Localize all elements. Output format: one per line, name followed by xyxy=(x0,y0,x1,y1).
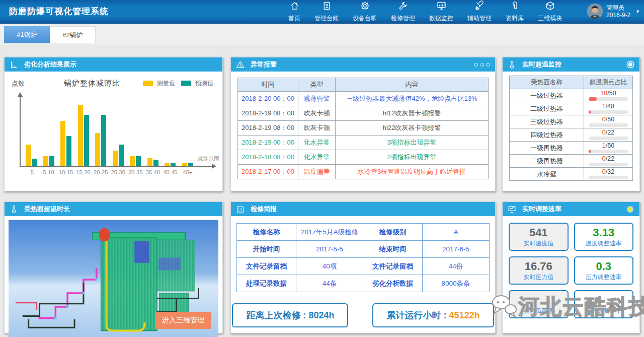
maintenance-row: 文件记录留档40项文件记录留档44份 xyxy=(237,258,490,275)
nav-item-8[interactable]: 三维模块 xyxy=(531,0,569,24)
nav-item-6[interactable]: 辅助管理 xyxy=(460,0,499,24)
alarm-cell: 2018-2-20 00：00 xyxy=(238,92,298,106)
tab-boiler-2[interactable]: #2锅炉 xyxy=(50,26,96,43)
panel-boiler3d: 受热面超温时长 xyxy=(4,201,223,333)
alarm-cell: 2项指标出现异常 xyxy=(336,150,489,165)
panel-alarms-title: 异常报警 xyxy=(251,60,277,69)
nav-item-1[interactable]: 首页 xyxy=(281,0,307,24)
nav-label: 设备台帐 xyxy=(353,14,377,23)
alarm-row[interactable]: 2018-2-19 08：00吹灰卡顿hl12吹灰器卡顿报警 xyxy=(238,106,489,121)
x-axis xyxy=(20,166,212,167)
adjust-card-1[interactable]: 541实时温度值 xyxy=(509,223,569,251)
overtemp-ratio: 0/32 xyxy=(584,168,633,181)
panel-alarms-header: 异常报警 xyxy=(231,57,495,72)
bar-groups: -55-1010-1515-2020-2525-3030-3535-4040-4… xyxy=(26,105,193,166)
nav-label: 辅助管理 xyxy=(467,14,492,23)
adjust-card-3[interactable]: 16.76实时压力值 xyxy=(509,256,569,285)
maintenance-value: A xyxy=(423,224,490,241)
nav-label: 资料库 xyxy=(506,14,524,23)
adjust-cards: 541实时温度值3.13温度调整速率16.76实时压力值0.3压力调整速率实时负… xyxy=(503,216,639,318)
adjust-card-5[interactable]: 实时负荷值 xyxy=(509,290,569,318)
panel-adjust-header: 实时调整速率 xyxy=(503,202,639,216)
alarm-row[interactable]: 2018-2-19 08：00吹灰卡顿hl22吹灰器卡顿报警 xyxy=(238,121,489,136)
top-navbar: 防磨防爆可视化管理系统 首页管理台账设备台帐检修管理数据监控辅助管理资料库三维模… xyxy=(0,0,644,24)
overtemp-row[interactable]: 二级过热器1/48 xyxy=(510,102,633,115)
more-dots-icon[interactable] xyxy=(474,63,490,66)
overtemp-row[interactable]: 水冷壁0/32 xyxy=(510,168,633,181)
overtemp-col-header: 超温测点占比 xyxy=(584,76,633,89)
boiler-3d-view[interactable]: 进入三维管理 xyxy=(9,220,218,337)
overtemp-row[interactable]: 四级过热器0/22 xyxy=(510,128,633,142)
bar xyxy=(66,136,71,166)
status-ring-icon[interactable] xyxy=(628,62,632,66)
wrench-icon xyxy=(398,1,409,13)
user-menu[interactable]: 管理员 2016-9-2 ▼ xyxy=(587,4,640,19)
overtemp-ratio: 1/50 xyxy=(584,142,633,155)
panel-alarms: 异常报警 时间类型内容2018-2-20 00：00减薄告警三级过热器最大减薄值… xyxy=(230,57,496,191)
alarm-row[interactable]: 2018-2-19 00：00化水异常3项指标出现异常 xyxy=(238,136,489,150)
chart-title: 锅炉整体减薄比 xyxy=(64,79,120,88)
bar-group--5: -5 xyxy=(26,145,37,166)
enter-3d-button[interactable]: 进入三维管理 xyxy=(155,312,211,329)
surface-name: 二级再热器 xyxy=(510,155,584,168)
x-tick-label: 15-20 xyxy=(76,169,91,175)
overtemp-row[interactable]: 二级再热器0/22 xyxy=(510,155,633,168)
overtemp-progress-bar xyxy=(589,150,628,153)
overtemp-ratio: 0/50 xyxy=(584,115,633,128)
bar xyxy=(119,145,124,166)
x-tick-label: 30-35 xyxy=(128,169,142,175)
maintenance-value: 44份 xyxy=(423,258,490,275)
x-tick-label: 40-45 xyxy=(163,169,177,175)
x-tick-label: 25-30 xyxy=(111,169,125,175)
panel-degradation: 劣化分析结果展示 点数 锅炉整体减薄比 测量值预测值 -55-1010-1515… xyxy=(4,57,223,191)
panel-adjust: 实时调整速率 541实时温度值3.13温度调整速率16.76实时压力值0.3压力… xyxy=(502,201,640,333)
alarm-cell: 2018-2-19 08：00 xyxy=(238,121,298,136)
chevron-down-icon[interactable]: ▼ xyxy=(635,9,640,14)
x-tick-label: 35-40 xyxy=(146,169,160,175)
total-run-hours-button[interactable]: 累计运行小时 : 45122h xyxy=(372,303,494,327)
cube-icon xyxy=(545,1,555,13)
nav-item-7[interactable]: 资料库 xyxy=(499,0,531,24)
boiler-tabbar: #1锅炉#2锅炉 xyxy=(0,24,644,45)
since-last-maintenance-button[interactable]: 距离上次检修 : 8024h xyxy=(232,303,348,327)
nav-item-5[interactable]: 数据监控 xyxy=(422,0,460,24)
panel-overtemp-title: 实时超温监控 xyxy=(522,60,561,69)
tab-boiler-1[interactable]: #1锅炉 xyxy=(4,26,50,43)
nav-item-2[interactable]: 管理台账 xyxy=(307,0,346,24)
thermometer-icon xyxy=(10,204,20,214)
nav-label: 首页 xyxy=(288,14,300,23)
user-name: 管理员 xyxy=(606,4,630,12)
bar-group-30-35: 30-35 xyxy=(130,156,141,166)
nav-item-4[interactable]: 检修管理 xyxy=(384,0,422,24)
alarm-row[interactable]: 2018-2-18 08：00化水异常2项指标出现异常 xyxy=(238,150,489,165)
overtemp-row[interactable]: 一级过热器10/50 xyxy=(510,89,633,102)
bar-group-5-10: 5-10 xyxy=(43,156,54,166)
bar xyxy=(60,121,65,166)
alarm-row[interactable]: 2018-2-17 00：00温度偏差水冷壁3根管道温度明显高于临近管排 xyxy=(238,165,489,179)
alarm-cell: 水冷壁3根管道温度明显高于临近管排 xyxy=(336,165,489,179)
overtemp-ratio: 0/22 xyxy=(584,155,633,168)
overtemp-row[interactable]: 一级再热器1/50 xyxy=(510,142,633,155)
overtemp-row[interactable]: 三级过热器0/50 xyxy=(510,115,633,128)
alarm-cell: 2018-2-18 08：00 xyxy=(238,150,298,165)
alarm-row[interactable]: 2018-2-20 00：00减薄告警三级过热器最大减薄值42%，危险点占比13… xyxy=(238,92,489,106)
x-tick-label: 45+ xyxy=(183,169,193,175)
bar-group-40-45: 40-45 xyxy=(165,163,176,166)
adjust-card-4[interactable]: 0.3压力调整速率 xyxy=(574,256,634,285)
adjust-card-2[interactable]: 3.13温度调整速率 xyxy=(574,223,634,251)
surface-name: 二级过热器 xyxy=(510,102,584,115)
maintenance-row: 开始时间2017-5-5结束时间2017-6-5 xyxy=(237,241,490,258)
bar-group-15-20: 15-20 xyxy=(78,105,89,166)
home-icon xyxy=(289,1,300,13)
bar xyxy=(32,159,37,166)
maintenance-label: 劣化分析数据 xyxy=(363,275,423,292)
card-value xyxy=(575,294,633,307)
status-yellow-dot-icon[interactable] xyxy=(628,207,632,212)
chart-y-label: 点数 xyxy=(12,79,25,88)
nav-item-3[interactable]: 设备台帐 xyxy=(346,0,384,24)
thermometer-icon xyxy=(508,59,518,70)
card-label: 压力调整速率 xyxy=(575,273,633,282)
adjust-card-6[interactable]: 负荷调整速率 xyxy=(574,290,634,318)
overtemp-progress-bar xyxy=(589,97,628,101)
alarm-cell: hl12吹灰器卡顿报警 xyxy=(336,106,489,121)
